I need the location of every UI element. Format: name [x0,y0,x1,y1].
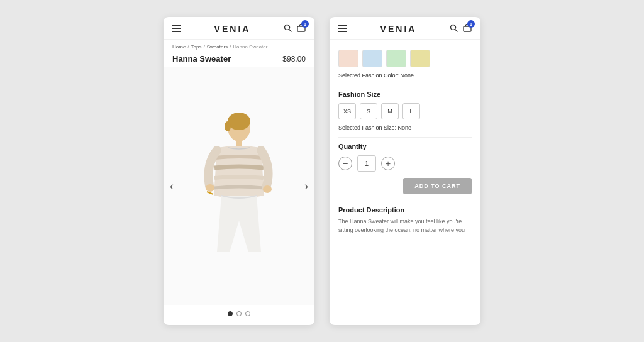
divider-1 [338,85,472,86]
product-description-text: The Hanna Sweater will make you feel lik… [338,218,472,234]
left-header: VENIA 1 [164,17,314,40]
search-icon[interactable] [284,24,292,34]
right-cart-icon[interactable]: 1 [463,23,472,34]
carousel-prev-button[interactable]: ‹ [166,176,177,197]
svg-point-4 [228,113,250,130]
carousel-dot-3[interactable] [245,311,250,316]
right-header: VENIA 1 [330,17,480,40]
selected-size-label: Selected Fashion Size: None [338,124,472,131]
size-s[interactable]: S [360,103,377,119]
cart-badge: 1 [301,20,309,28]
header-icons: 1 [284,23,306,34]
quantity-increase-button[interactable]: + [381,157,395,170]
color-swatch-yellow[interactable] [410,50,430,67]
size-m[interactable]: M [381,103,399,119]
add-to-cart-wrapper: ADD TO CART [338,178,472,194]
breadcrumb-sweaters[interactable]: Sweaters [207,44,228,50]
left-phone-card: VENIA 1 Home / [164,17,314,325]
quantity-section-title: Quantity [338,143,472,150]
breadcrumb-home[interactable]: Home [172,44,186,50]
carousel-dot-1[interactable] [228,311,233,316]
hamburger-menu[interactable] [172,25,181,32]
product-price: $98.00 [282,55,306,63]
selected-color-label: Selected Fashion Color: None [338,72,472,79]
product-image-container: ‹ [164,67,314,305]
add-to-cart-button[interactable]: ADD TO CART [403,178,472,194]
svg-point-5 [225,121,231,131]
size-section-title: Fashion Size [338,91,472,98]
carousel-dots [164,305,314,325]
breadcrumb-current: Hanna Sweater [233,44,267,50]
product-title: Hanna Sweater [172,54,231,63]
right-phone-card: VENIA 1 [330,17,480,325]
size-xs[interactable]: XS [338,103,356,119]
breadcrumb: Home / Tops / Sweaters / Hanna Sweater [164,40,314,52]
color-swatch-green[interactable] [386,50,406,67]
product-title-row: Hanna Sweater $98.00 [164,52,314,67]
divider-3 [338,201,472,201]
size-l[interactable]: L [402,103,420,119]
right-logo: VENIA [347,24,450,34]
carousel-next-button[interactable]: › [301,176,312,197]
breadcrumb-tops[interactable]: Tops [191,44,202,50]
svg-point-8 [263,185,272,193]
size-options: XS S M L [338,103,472,119]
svg-point-7 [206,184,214,192]
right-hamburger-menu[interactable] [338,25,347,32]
color-swatch-peach[interactable] [338,50,358,67]
quantity-row: − 1 + [338,155,472,172]
svg-line-9 [207,192,213,194]
product-description-title: Product Description [338,206,472,214]
color-swatch-blue[interactable] [362,50,382,67]
right-content: Selected Fashion Color: None Fashion Siz… [330,40,480,325]
carousel-dot-2[interactable] [236,311,242,316]
svg-line-1 [289,29,292,31]
right-cart-badge: 1 [467,20,475,28]
svg-line-11 [455,29,458,31]
divider-2 [338,137,472,138]
color-swatches [338,50,472,67]
product-image [192,95,286,277]
cart-icon[interactable]: 1 [297,23,306,34]
quantity-display: 1 [357,155,376,172]
right-search-icon[interactable] [450,24,458,34]
right-header-icons: 1 [450,23,472,34]
logo: VENIA [181,24,284,34]
quantity-decrease-button[interactable]: − [338,157,352,170]
